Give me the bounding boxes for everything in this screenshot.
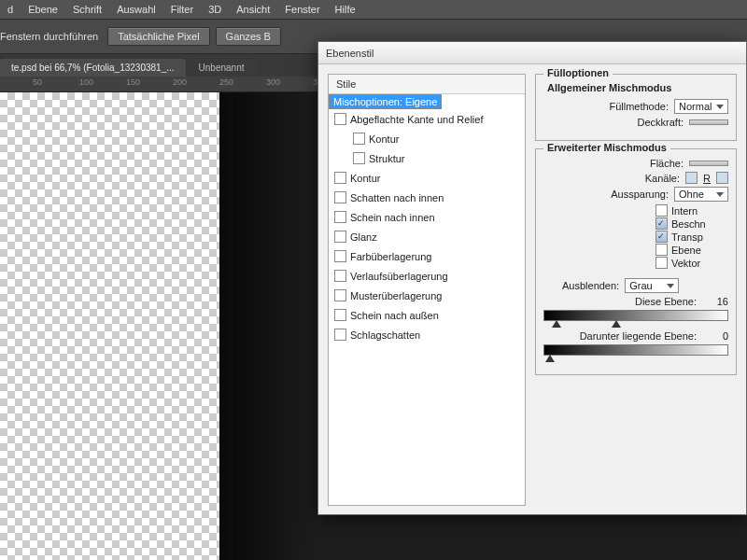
adv-label: Ebene — [671, 245, 701, 256]
style-label: Schatten nach innen — [350, 192, 444, 203]
fill-area-slider[interactable] — [689, 161, 728, 166]
channel-r-label: R — [703, 173, 711, 184]
option-scroll[interactable]: Fenstern durchführen — [0, 31, 98, 42]
underlying-layer-value: 0 — [702, 330, 728, 342]
style-checkbox[interactable] — [334, 113, 346, 125]
channel-r-checkbox[interactable] — [685, 172, 698, 184]
advanced-blend-legend: Erweiterter Mischmodus — [543, 142, 670, 153]
knockout-label: Aussparung: — [611, 189, 669, 200]
adv-checkbox[interactable] — [655, 217, 668, 230]
style-item[interactable]: Schein nach innen — [329, 207, 525, 227]
ruler-tick: 200 — [173, 77, 187, 87]
chevron-down-icon — [716, 192, 724, 197]
ruler-tick: 100 — [79, 77, 93, 87]
styles-list-panel: Stile Mischoptionen: EigeneAbgeflachte K… — [328, 74, 526, 506]
this-layer-value: 16 — [702, 296, 728, 307]
blend-if-select[interactable]: Grau — [625, 278, 679, 293]
tab-document-1[interactable]: te.psd bei 66,7% (Fotolia_13230381_... — [0, 59, 186, 77]
chevron-down-icon — [667, 284, 674, 288]
channel-checkbox[interactable] — [716, 172, 728, 184]
style-item[interactable]: Farbüberlagerung — [329, 246, 525, 266]
style-item[interactable]: Schlagschatten — [329, 325, 525, 344]
channels-label: Kanäle: — [645, 173, 680, 184]
ruler-tick: 50 — [33, 77, 42, 87]
style-item[interactable]: Kontur — [329, 168, 525, 188]
style-label: Kontur — [350, 173, 380, 184]
actual-pixels-button[interactable]: Tatsächliche Pixel — [107, 27, 209, 46]
app-menubar: dEbeneSchriftAuswahlFilter3DAnsichtFenst… — [0, 0, 747, 19]
style-item[interactable]: Schatten nach innen — [329, 188, 525, 207]
style-checkbox[interactable] — [334, 191, 346, 203]
style-checkbox[interactable] — [353, 152, 365, 164]
adv-label: Intern — [671, 205, 698, 217]
knockout-select[interactable]: Ohne — [674, 187, 728, 202]
menu-ansicht[interactable]: Ansicht — [229, 4, 277, 15]
adv-checkbox[interactable] — [655, 257, 668, 269]
this-layer-slider[interactable] — [543, 310, 728, 321]
adv-label: Vektor — [671, 258, 700, 269]
style-item[interactable]: Verlaufsüberlagerung — [329, 266, 525, 286]
style-label: Schein nach innen — [350, 212, 435, 223]
menu-auswahl[interactable]: Auswahl — [109, 4, 163, 15]
style-label: Abgeflachte Kante und Relief — [350, 114, 484, 125]
fit-screen-button[interactable]: Ganzes B — [216, 27, 281, 46]
adv-label: Beschn — [671, 218, 706, 230]
menu-schrift[interactable]: Schrift — [65, 4, 109, 15]
general-blend-heading: Allgemeiner Mischmodus — [547, 82, 728, 93]
style-item[interactable]: Musterüberlagerung — [329, 286, 525, 305]
style-item[interactable]: Abgeflachte Kante und Relief — [329, 109, 525, 129]
style-checkbox[interactable] — [334, 270, 346, 282]
fill-area-label: Fläche: — [650, 158, 684, 169]
this-layer-label: Diese Ebene: — [635, 296, 697, 307]
tab-document-2[interactable]: Unbenannt — [188, 59, 256, 77]
style-label: Musterüberlagerung — [350, 290, 442, 301]
style-item[interactable]: Mischoptionen: Eigene — [329, 94, 442, 109]
menu-fenster[interactable]: Fenster — [277, 4, 327, 15]
chevron-down-icon — [716, 105, 724, 109]
adv-option-row: Beschn — [655, 217, 728, 230]
layer-style-dialog: Ebenenstil Stile Mischoptionen: EigeneAb… — [317, 41, 747, 515]
style-checkbox[interactable] — [334, 231, 346, 243]
style-checkbox[interactable] — [334, 329, 346, 341]
adv-option-row: Intern — [655, 204, 728, 217]
adv-checkbox[interactable] — [655, 231, 668, 243]
style-label: Mischoptionen: Eigene — [333, 96, 437, 107]
adv-option-row: Transp — [655, 231, 728, 243]
style-checkbox[interactable] — [334, 172, 346, 184]
underlying-layer-slider[interactable] — [543, 344, 728, 356]
style-label: Glanz — [350, 231, 377, 243]
style-checkbox[interactable] — [353, 133, 365, 145]
menu-filter[interactable]: Filter — [163, 4, 201, 15]
ruler-tick: 150 — [126, 77, 140, 87]
opacity-slider[interactable] — [689, 119, 728, 125]
menu-hilfe[interactable]: Hilfe — [328, 4, 363, 15]
menu-3d[interactable]: 3D — [201, 4, 229, 15]
style-item[interactable]: Kontur — [329, 129, 525, 148]
opacity-label: Deckkraft: — [637, 117, 684, 128]
style-checkbox[interactable] — [334, 250, 346, 262]
options-panel: Fülloptionen Allgemeiner Mischmodus Füll… — [535, 74, 737, 506]
style-item[interactable]: Glanz — [329, 227, 525, 246]
dialog-titlebar[interactable]: Ebenenstil — [318, 42, 746, 64]
ruler-tick: 300 — [266, 77, 280, 87]
fill-options-legend: Fülloptionen — [543, 67, 613, 78]
menu-ebene[interactable]: Ebene — [21, 4, 65, 15]
transparency-checker — [0, 92, 219, 560]
style-label: Kontur — [369, 133, 399, 145]
adv-option-row: Vektor — [655, 257, 728, 269]
style-checkbox[interactable] — [334, 289, 346, 301]
ruler-tick: 250 — [219, 77, 233, 87]
style-label: Struktur — [369, 153, 405, 164]
adv-option-row: Ebene — [655, 244, 728, 256]
style-item[interactable]: Schein nach außen — [329, 305, 525, 325]
style-checkbox[interactable] — [334, 309, 346, 321]
style-item[interactable]: Struktur — [329, 148, 525, 168]
menu-d[interactable]: d — [0, 4, 21, 15]
adv-checkbox[interactable] — [655, 244, 668, 256]
fill-method-select[interactable]: Normal — [674, 99, 728, 114]
style-label: Schein nach außen — [350, 310, 439, 321]
adv-checkbox[interactable] — [655, 204, 668, 217]
style-checkbox[interactable] — [334, 211, 346, 223]
style-label: Verlaufsüberlagerung — [350, 271, 448, 282]
styles-header: Stile — [329, 75, 525, 94]
